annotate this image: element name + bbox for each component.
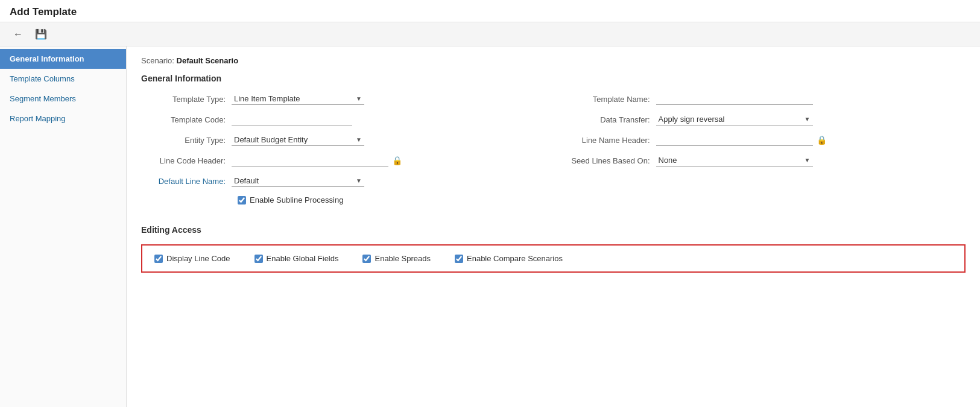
data-transfer-label: Data Transfer: [566, 115, 656, 124]
seed-lines-select[interactable]: None Budget Entity Scenario [656, 154, 813, 166]
data-transfer-control: Apply sign reversal No sign reversal ▼ [656, 113, 966, 125]
editing-access-section: Editing Access Display Line Code Enable … [141, 225, 966, 273]
entity-type-control: Default Budget Entity Other Entity ▼ [232, 134, 542, 146]
editing-access-title: Editing Access [141, 225, 966, 235]
default-line-name-control: Default Custom ▼ [232, 175, 542, 187]
editing-access-box: Display Line Code Enable Global Fields E… [141, 244, 966, 273]
left-column: Template Type: Line Item Template Standa… [141, 93, 542, 213]
entity-type-label: Entity Type: [141, 136, 232, 145]
template-name-label: Template Name: [566, 95, 656, 104]
line-name-header-row: Line Name Header: 🔒 [566, 134, 966, 146]
line-name-header-input[interactable] [656, 134, 813, 146]
data-transfer-select[interactable]: Apply sign reversal No sign reversal [656, 113, 813, 125]
enable-global-fields-label: Enable Global Fields [267, 254, 339, 263]
entity-type-select[interactable]: Default Budget Entity Other Entity [232, 134, 364, 145]
line-name-lock-icon: 🔒 [817, 135, 827, 145]
back-button[interactable]: ← [10, 27, 27, 42]
main-layout: General Information Template Columns Seg… [0, 46, 980, 407]
template-name-control [656, 93, 966, 105]
default-line-name-select[interactable]: Default Custom [232, 175, 364, 186]
save-button[interactable]: 💾 [31, 26, 51, 42]
template-code-input[interactable] [232, 113, 352, 125]
enable-subline-row: Enable Subline Processing [141, 195, 542, 204]
scenario-bar: Scenario: Default Scenario [141, 56, 966, 65]
sidebar-item-report-mapping[interactable]: Report Mapping [0, 109, 126, 128]
enable-subline-checkbox[interactable] [238, 196, 246, 204]
template-code-control [232, 113, 542, 125]
line-code-header-control: 🔒 [232, 154, 542, 166]
line-code-header-label: Line Code Header: [141, 156, 232, 165]
sidebar: General Information Template Columns Seg… [0, 46, 127, 407]
enable-subline-label: Enable Subline Processing [250, 195, 343, 204]
line-code-lock-icon: 🔒 [392, 156, 402, 165]
template-code-row: Template Code: [141, 113, 542, 125]
enable-compare-scenarios-checkbox[interactable] [455, 255, 463, 263]
data-transfer-row: Data Transfer: Apply sign reversal No si… [566, 113, 966, 125]
page-title: Add Template [10, 6, 970, 18]
sidebar-item-segment-members[interactable]: Segment Members [0, 89, 126, 109]
line-code-header-row: Line Code Header: 🔒 [141, 154, 542, 166]
form-grid: Template Type: Line Item Template Standa… [141, 93, 966, 213]
toolbar: ← 💾 [0, 22, 980, 46]
general-information-title: General Information [141, 74, 966, 83]
display-line-code-item: Display Line Code [154, 254, 230, 263]
line-name-header-label: Line Name Header: [566, 136, 656, 145]
line-name-header-control: 🔒 [656, 134, 966, 146]
template-type-select-wrapper: Line Item Template Standard Template ▼ [232, 93, 364, 105]
content-area: Scenario: Default Scenario General Infor… [127, 46, 980, 407]
enable-global-fields-item: Enable Global Fields [254, 254, 339, 263]
entity-type-row: Entity Type: Default Budget Entity Other… [141, 134, 542, 146]
template-code-label: Template Code: [141, 115, 232, 124]
data-transfer-select-wrapper: Apply sign reversal No sign reversal ▼ [656, 113, 813, 125]
enable-spreads-label: Enable Spreads [375, 254, 431, 263]
enable-compare-scenarios-item: Enable Compare Scenarios [455, 254, 563, 263]
default-line-name-label: Default Line Name: [141, 177, 232, 186]
template-type-select[interactable]: Line Item Template Standard Template [232, 93, 364, 104]
enable-spreads-checkbox[interactable] [362, 255, 371, 263]
enable-global-fields-checkbox[interactable] [254, 255, 263, 263]
right-column: Template Name: Data Transfer: Apply sign… [566, 93, 966, 213]
display-line-code-checkbox[interactable] [154, 255, 163, 263]
sidebar-item-template-columns[interactable]: Template Columns [0, 69, 126, 89]
template-type-control: Line Item Template Standard Template ▼ [232, 93, 542, 105]
template-type-label: Template Type: [141, 95, 232, 104]
template-name-row: Template Name: [566, 93, 966, 105]
seed-lines-label: Seed Lines Based On: [566, 156, 656, 165]
seed-lines-select-wrapper: None Budget Entity Scenario ▼ [656, 154, 813, 166]
enable-compare-scenarios-label: Enable Compare Scenarios [467, 254, 563, 263]
seed-lines-control: None Budget Entity Scenario ▼ [656, 154, 966, 166]
seed-lines-row: Seed Lines Based On: None Budget Entity … [566, 154, 966, 166]
default-line-name-row: Default Line Name: Default Custom ▼ [141, 175, 542, 187]
display-line-code-label: Display Line Code [166, 254, 230, 263]
entity-type-select-wrapper: Default Budget Entity Other Entity ▼ [232, 134, 364, 146]
line-code-header-input[interactable] [232, 154, 388, 166]
title-bar: Add Template [0, 0, 980, 22]
enable-spreads-item: Enable Spreads [362, 254, 431, 263]
default-line-name-select-wrapper: Default Custom ▼ [232, 175, 364, 187]
template-name-input[interactable] [656, 93, 813, 105]
template-type-row: Template Type: Line Item Template Standa… [141, 93, 542, 105]
sidebar-item-general-information[interactable]: General Information [0, 49, 126, 69]
